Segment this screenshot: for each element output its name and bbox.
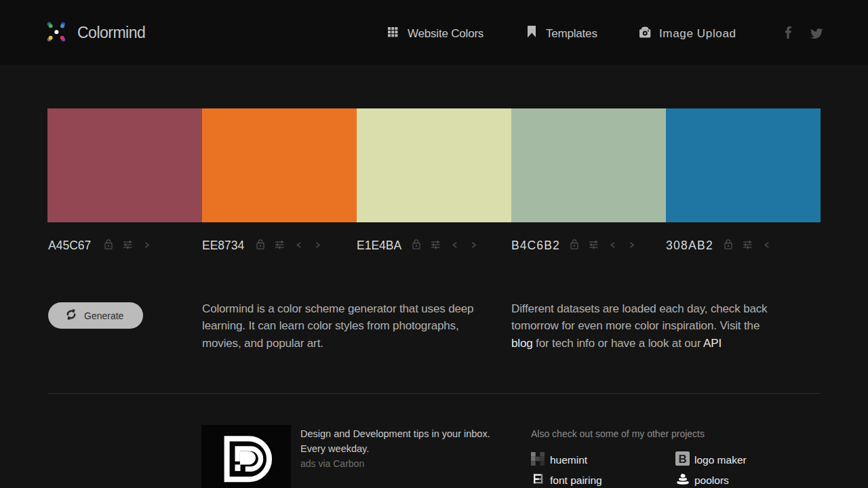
svg-text:B: B [679, 453, 687, 466]
